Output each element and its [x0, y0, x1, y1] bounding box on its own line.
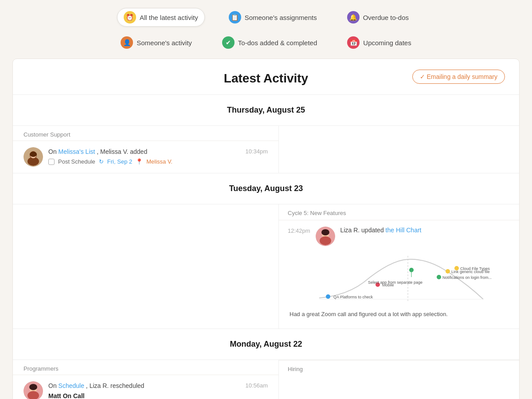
svg-point-8 — [320, 236, 331, 245]
filter-someones-assignments[interactable]: 📋 Someone's assignments — [223, 8, 323, 27]
filter-todos-label: To-dos added & completed — [238, 39, 317, 47]
email-summary-label: ✓ Emailing a daily summary — [420, 73, 497, 80]
activity-layout-mon: Programmers On — [13, 360, 519, 399]
avatar-liza-prog — [23, 381, 43, 399]
entry-meta-melissa: Post Schedule ↻ Fri, Sep 2 📍 Melissa V. — [48, 158, 268, 165]
svg-point-7 — [321, 229, 329, 235]
liza-update-text: Liza R. updated the Hill Chart — [340, 227, 422, 234]
page-title: Latest Activity — [224, 71, 308, 86]
pin-icon: 📍 — [136, 158, 143, 165]
svg-text:Cloud File Types: Cloud File Types — [460, 266, 490, 271]
person-icon: 👤 — [121, 36, 133, 49]
item-matt-on-call: Matt On Call — [48, 392, 268, 399]
activity-left-tue — [13, 204, 279, 329]
svg-point-20 — [446, 269, 450, 274]
svg-text:Notifications on login from...: Notifications on login from... — [442, 275, 492, 280]
item-date: Fri, Sep 2 — [107, 158, 132, 165]
clock-icon: ⏰ — [124, 11, 136, 23]
filter-upcoming-dates[interactable]: 📅 Upcoming dates — [341, 34, 417, 51]
card-header: Latest Activity ✓ Emailing a daily summa… — [13, 59, 519, 95]
section-mon-aug22: Monday, August 22 Programmers — [13, 329, 519, 399]
email-summary-button[interactable]: ✓ Emailing a daily summary — [412, 70, 505, 84]
entry-body-melissa: On Melissa's List , Melissa V. added 10:… — [48, 147, 268, 165]
activity-layout-thu: Customer Support — [13, 125, 519, 173]
schedule-link[interactable]: Schedule — [59, 382, 84, 389]
activity-left-thu: Customer Support — [13, 126, 279, 173]
item-person: Melissa V. — [146, 158, 172, 165]
date-heading-mon: Monday, August 22 — [13, 329, 519, 360]
clipboard-icon: 📋 — [229, 11, 241, 23]
svg-point-26 — [29, 384, 37, 390]
activity-right-thu — [279, 126, 519, 173]
project-label-customer-support: Customer Support — [13, 126, 278, 141]
svg-text:Select app from separate page: Select app from separate page — [368, 280, 422, 285]
right-entry-liza: 12:42pm Liza R. updated the Hill C — [279, 220, 519, 325]
cycle-label-new-features: Cycle 5: New Features — [279, 204, 519, 220]
hill-chart: QA Platforms to check Mobile Select app … — [288, 251, 510, 305]
filter-all-latest[interactable]: ⏰ All the latest activity — [117, 8, 205, 27]
entry-suffix: , Melissa V. added — [97, 148, 147, 155]
activity-right-mon: Hiring — [279, 360, 519, 399]
svg-point-15 — [409, 268, 414, 272]
entry-time-liza-prog: 10:56am — [245, 381, 268, 389]
checkmark-icon: ✔ — [222, 36, 235, 49]
filter-upcoming-label: Upcoming dates — [363, 39, 411, 47]
item-name: Post Schedule — [58, 158, 95, 165]
bell-icon: 🔔 — [347, 11, 360, 23]
hill-chart-svg: QA Platforms to check Mobile Select app … — [289, 251, 509, 305]
avatar-liza — [316, 227, 335, 246]
entry-time-liza: 12:42pm — [288, 227, 310, 234]
filter-overdue-label: Overdue to-dos — [363, 14, 409, 21]
activity-entry-liza-sched: On Schedule , Liza R. rescheduled 10:56a… — [13, 375, 278, 399]
entry-body-liza-prog: On Schedule , Liza R. rescheduled 10:56a… — [48, 381, 268, 399]
update-note: Had a great Zoom call and figured out a … — [288, 310, 510, 319]
svg-text:QA Platforms to check: QA Platforms to check — [333, 295, 373, 299]
filter-nav: ⏰ All the latest activity 📋 Someone's as… — [0, 0, 532, 59]
main-card: Latest Activity ✓ Emailing a daily summa… — [12, 59, 520, 399]
hiring-label: Hiring — [279, 360, 519, 376]
checkbox-icon — [48, 159, 55, 165]
filter-assignments-label: Someone's assignments — [245, 14, 317, 21]
section-tue-aug23: Tuesday, August 23 Cycle 5: New Features… — [13, 173, 519, 329]
entry-prefix-prog: On — [48, 382, 59, 389]
hill-chart-link[interactable]: the Hill Chart — [386, 227, 422, 234]
melissa-list-link[interactable]: Melissa's List — [59, 148, 95, 155]
calendar-icon: 📅 — [347, 36, 360, 49]
section-thu-aug25: Thursday, August 25 Customer Support — [13, 95, 519, 173]
activity-layout-tue: Cycle 5: New Features 12:42pm — [13, 204, 519, 329]
date-heading-thu: Thursday, August 25 — [13, 95, 519, 125]
entry-time-melissa: 10:34pm — [245, 147, 268, 155]
project-label-programmers: Programmers — [13, 360, 278, 375]
refresh-icon: ↻ — [99, 158, 104, 165]
svg-point-18 — [437, 275, 441, 279]
activity-left-mon: Programmers On — [13, 360, 279, 399]
filter-overdue-todos[interactable]: 🔔 Overdue to-dos — [341, 8, 415, 27]
svg-point-22 — [454, 266, 459, 270]
filter-all-latest-label: All the latest activity — [140, 14, 198, 21]
avatar-melissa — [23, 147, 43, 167]
activity-entry-melissa: On Melissa's List , Melissa V. added 10:… — [13, 141, 278, 173]
filter-activity-label: Someone's activity — [137, 39, 192, 47]
svg-point-4 — [30, 152, 37, 157]
svg-point-11 — [326, 294, 330, 299]
entry-suffix-prog: , Liza R. rescheduled — [86, 382, 145, 389]
filter-someones-activity[interactable]: 👤 Someone's activity — [114, 34, 198, 51]
activity-right-tue: Cycle 5: New Features 12:42pm — [279, 204, 519, 329]
filter-todos-added[interactable]: ✔ To-dos added & completed — [216, 34, 323, 51]
date-heading-tue: Tuesday, August 23 — [13, 173, 519, 204]
entry-prefix: On — [48, 148, 59, 155]
